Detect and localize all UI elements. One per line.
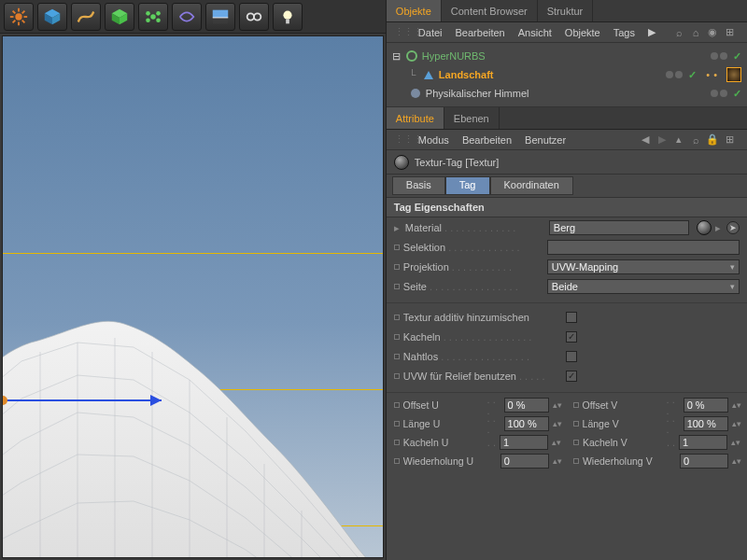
home-icon[interactable]: ⌂ — [689, 27, 702, 38]
grip-icon[interactable]: ⋮⋮⋮ — [394, 133, 405, 146]
material-preview-icon[interactable] — [697, 220, 712, 235]
tab-structure[interactable]: Struktur — [538, 0, 594, 21]
tab-content-browser[interactable]: Content Browser — [442, 0, 538, 21]
anim-dot[interactable] — [394, 245, 400, 250]
menu-edit[interactable]: Bearbeiten — [456, 27, 505, 38]
anim-dot[interactable] — [573, 458, 579, 464]
tab-objects[interactable]: Objekte — [387, 0, 442, 21]
anim-dot[interactable] — [573, 421, 579, 427]
subtab-coords[interactable]: Koordinaten — [490, 176, 573, 195]
spinner-icon[interactable]: ▴▾ — [553, 401, 560, 410]
spinner-icon[interactable]: ▴▾ — [731, 439, 739, 447]
select-projection[interactable]: UVW-Mapping — [547, 259, 740, 274]
spinner-icon[interactable]: ▴▾ — [553, 420, 560, 428]
anim-dot[interactable] — [394, 334, 400, 340]
menu-view[interactable]: Ansicht — [518, 27, 552, 38]
axis-gizmo[interactable] — [3, 391, 171, 447]
checkbox-tile[interactable] — [566, 331, 577, 343]
search-icon[interactable]: ⌕ — [689, 134, 702, 146]
expander-icon[interactable]: ⊟ — [392, 50, 402, 63]
label-projection: Projektion — [403, 261, 449, 273]
viewport[interactable] — [2, 35, 384, 558]
field-lenU[interactable]: 100 % — [504, 416, 549, 431]
floor-icon[interactable] — [205, 3, 235, 31]
checkbox-uvwrelief[interactable] — [566, 371, 577, 382]
spline-icon[interactable] — [71, 3, 101, 31]
select-side[interactable]: Beide — [547, 279, 740, 294]
label-repU: Wiederholung U — [403, 455, 497, 467]
label-side: Seite — [403, 281, 427, 292]
object-tree[interactable]: ⊟ HyperNURBS ✓ └ Landschaft ✓ •• Physika… — [387, 43, 747, 107]
material-picker-icon[interactable]: ▸ — [715, 222, 723, 234]
search-icon[interactable]: ⌕ — [672, 27, 685, 38]
objects-tabs: Objekte Content Browser Struktur — [387, 0, 747, 22]
label-lenU: Länge U — [403, 418, 484, 429]
new-icon[interactable]: ⊞ — [723, 133, 736, 146]
deformer-icon[interactable] — [172, 3, 202, 31]
field-tileV[interactable]: 1 — [679, 435, 727, 450]
grip-icon[interactable]: ⋮⋮⋮ — [394, 26, 405, 38]
nav-fwd-icon[interactable]: ▶ — [655, 133, 669, 146]
spinner-icon[interactable]: ▴▾ — [732, 401, 740, 410]
eye-icon[interactable]: ◉ — [706, 26, 719, 38]
menu-file[interactable]: Datei — [418, 27, 443, 38]
menu-tags[interactable]: Tags — [613, 27, 635, 38]
subtab-tag[interactable]: Tag — [445, 176, 490, 195]
subtab-basis[interactable]: Basis — [392, 176, 445, 195]
anim-dot[interactable] — [573, 402, 579, 408]
generator-icon[interactable] — [138, 3, 168, 31]
spinner-icon[interactable]: ▴▾ — [552, 439, 559, 447]
field-offsetV[interactable]: 0 % — [684, 398, 728, 413]
spinner-icon[interactable]: ▴▾ — [732, 420, 740, 428]
svg-point-23 — [247, 13, 254, 20]
anim-dot[interactable] — [573, 440, 579, 445]
material-goto-icon[interactable]: ➤ — [726, 221, 740, 234]
field-tileU[interactable]: 1 — [500, 435, 548, 450]
camera-icon[interactable] — [239, 3, 269, 31]
anim-dot[interactable] — [394, 354, 400, 359]
texture-tag-icon[interactable] — [726, 67, 741, 82]
gear-icon[interactable] — [4, 3, 34, 31]
cube-icon[interactable] — [37, 3, 67, 31]
field-repU[interactable]: 0 — [500, 454, 549, 469]
anim-dot[interactable] — [394, 440, 400, 445]
plus-icon[interactable]: ⊞ — [723, 26, 736, 38]
spinner-icon[interactable]: ▴▾ — [553, 457, 560, 466]
anim-dot[interactable] — [394, 421, 400, 427]
field-offsetU[interactable]: 0 % — [504, 398, 549, 413]
tab-layers[interactable]: Ebenen — [444, 107, 500, 129]
main-toolbar — [0, 0, 386, 34]
anim-dot[interactable] — [394, 373, 400, 379]
polycube-icon[interactable] — [105, 3, 134, 31]
anim-dot[interactable] — [394, 264, 400, 270]
disclosure-icon[interactable]: ▸ — [394, 222, 402, 234]
menu-objects[interactable]: Objekte — [565, 27, 600, 38]
field-material[interactable]: Berg — [549, 220, 689, 235]
anim-dot[interactable] — [394, 315, 400, 320]
tab-attribute[interactable]: Attribute — [387, 107, 444, 129]
checkbox-seamless[interactable] — [566, 351, 577, 362]
menu-edit2[interactable]: Bearbeiten — [462, 134, 512, 146]
anim-dot[interactable] — [394, 284, 400, 289]
field-repV[interactable]: 0 — [680, 454, 728, 469]
nav-back-icon[interactable]: ◀ — [639, 133, 652, 146]
nav-up-icon[interactable]: ▴ — [672, 133, 685, 146]
tree-item-hypernurbs[interactable]: HyperNURBS — [422, 50, 703, 62]
lock-icon[interactable]: 🔒 — [706, 133, 719, 146]
light-icon[interactable] — [273, 3, 303, 31]
spinner-icon[interactable]: ▴▾ — [732, 457, 740, 466]
material-ball-icon — [394, 155, 409, 170]
tree-item-sky[interactable]: Physikalischer Himmel — [426, 88, 703, 99]
svg-line-5 — [13, 10, 16, 13]
checkbox-additive[interactable] — [566, 312, 577, 323]
tree-item-landschaft[interactable]: Landschaft — [439, 69, 658, 80]
anim-dot[interactable] — [394, 402, 400, 408]
menu-user[interactable]: Benutzer — [525, 134, 566, 146]
label-offsetU: Offset U — [403, 399, 484, 411]
anim-dot[interactable] — [394, 458, 400, 464]
menu-mode[interactable]: Modus — [418, 134, 449, 146]
field-selection[interactable] — [547, 240, 740, 255]
menu-overflow-icon[interactable]: ▶ — [648, 26, 655, 38]
label-additive: Textur additiv hinzumischen — [403, 312, 529, 323]
field-lenV[interactable]: 100 % — [684, 416, 728, 431]
